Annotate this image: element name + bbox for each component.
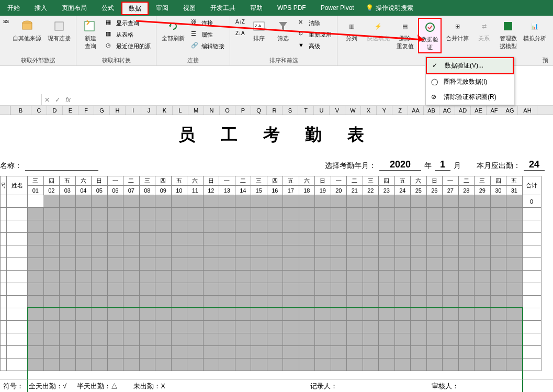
cell[interactable] (458, 283, 475, 296)
confirm-icon[interactable]: ✓ (52, 96, 63, 104)
cell[interactable] (123, 296, 140, 308)
cell[interactable] (299, 271, 315, 283)
btn-consolidate[interactable]: ⊞合并计算 (444, 18, 471, 43)
cell[interactable] (522, 220, 541, 233)
cell[interactable] (490, 333, 506, 346)
menu-insert[interactable]: 插入 (27, 0, 54, 16)
cell[interactable] (1, 245, 7, 258)
cell[interactable] (331, 308, 347, 321)
cell[interactable] (235, 296, 251, 308)
cell[interactable] (187, 283, 204, 296)
cell[interactable] (235, 208, 251, 220)
cell[interactable] (43, 220, 60, 233)
cell[interactable] (171, 346, 187, 359)
cell[interactable] (426, 333, 443, 346)
btn-other-sources[interactable]: 自其他来源 (10, 18, 43, 43)
cell[interactable] (283, 258, 299, 271)
cancel-icon[interactable]: ✕ (42, 96, 52, 104)
cell[interactable] (203, 359, 219, 371)
cell[interactable] (92, 220, 108, 233)
cell[interactable] (1, 271, 7, 283)
col-header[interactable]: G (94, 106, 110, 115)
cell[interactable] (60, 346, 76, 359)
cell[interactable] (347, 195, 363, 208)
cell[interactable] (28, 333, 44, 346)
cell[interactable] (155, 233, 172, 245)
cell[interactable] (219, 195, 235, 208)
cell[interactable] (363, 233, 379, 245)
cell[interactable] (139, 233, 155, 245)
cell[interactable] (7, 245, 28, 258)
cell[interactable] (475, 308, 491, 321)
cell[interactable] (490, 220, 506, 233)
col-header[interactable]: AF (487, 106, 502, 115)
name-field[interactable] (25, 170, 98, 171)
cell[interactable] (347, 359, 363, 371)
cell[interactable] (139, 296, 155, 308)
col-header[interactable]: X (361, 106, 377, 115)
cell[interactable] (251, 321, 267, 333)
cell[interactable] (171, 321, 187, 333)
cell[interactable] (60, 245, 76, 258)
cell[interactable] (506, 208, 523, 220)
col-header[interactable]: H (110, 106, 126, 115)
col-header[interactable]: AE (471, 106, 487, 115)
cell[interactable] (1, 258, 7, 271)
cell[interactable] (443, 359, 459, 371)
cell[interactable] (171, 233, 187, 245)
cell[interactable] (267, 195, 283, 208)
cell[interactable] (155, 271, 172, 283)
cell[interactable] (92, 308, 108, 321)
col-header[interactable]: L (173, 106, 188, 115)
cell[interactable] (187, 308, 204, 321)
cell[interactable] (426, 359, 443, 371)
cell[interactable] (315, 208, 331, 220)
cell[interactable] (219, 296, 235, 308)
col-header[interactable]: E (63, 106, 78, 115)
cell[interactable] (92, 245, 108, 258)
cell[interactable] (347, 333, 363, 346)
cell[interactable] (443, 220, 459, 233)
cell[interactable] (187, 220, 204, 233)
cell[interactable] (506, 333, 523, 346)
cell[interactable] (187, 233, 204, 245)
cell[interactable] (251, 208, 267, 220)
cell[interactable] (1, 296, 7, 308)
cell[interactable] (187, 296, 204, 308)
col-header[interactable]: AA (408, 106, 424, 115)
cell[interactable] (155, 346, 172, 359)
cell[interactable] (490, 359, 506, 371)
cell[interactable] (43, 208, 60, 220)
btn-from-table[interactable]: ▦从表格 (104, 29, 153, 40)
cell[interactable] (490, 208, 506, 220)
cell[interactable] (411, 346, 427, 359)
cell[interactable] (7, 271, 28, 283)
cell[interactable] (7, 233, 28, 245)
cell[interactable] (299, 333, 315, 346)
cell[interactable] (379, 359, 395, 371)
cell[interactable] (43, 296, 60, 308)
cell[interactable] (299, 220, 315, 233)
cell[interactable] (43, 321, 60, 333)
cell[interactable] (506, 359, 523, 371)
cell[interactable] (394, 271, 411, 283)
cell[interactable] (7, 346, 28, 359)
cell[interactable] (363, 258, 379, 271)
cell[interactable] (347, 321, 363, 333)
cell[interactable] (219, 333, 235, 346)
cell[interactable] (506, 296, 523, 308)
btn-filter[interactable]: 筛选 (272, 18, 294, 43)
cell[interactable] (267, 245, 283, 258)
cell[interactable] (171, 220, 187, 233)
cell[interactable] (475, 220, 491, 233)
cell[interactable] (171, 283, 187, 296)
cell[interactable] (235, 233, 251, 245)
cell[interactable] (426, 245, 443, 258)
cell[interactable] (171, 333, 187, 346)
cell[interactable] (92, 359, 108, 371)
cell[interactable] (490, 258, 506, 271)
cell[interactable] (7, 208, 28, 220)
cell[interactable] (458, 308, 475, 321)
cell[interactable] (475, 296, 491, 308)
cell[interactable] (107, 333, 123, 346)
